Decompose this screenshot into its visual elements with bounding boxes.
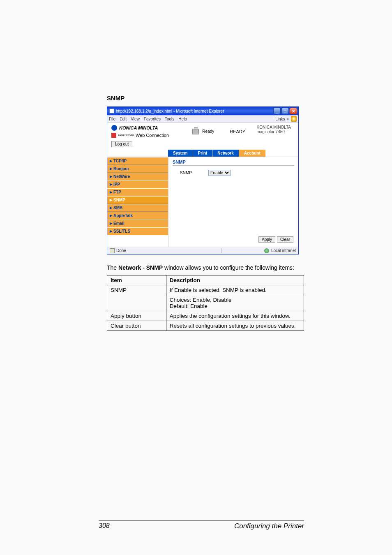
menu-tools[interactable]: Tools [165, 117, 174, 121]
sidebar-label: SNMP [113, 198, 125, 202]
sidebar-label: SSL/TLS [113, 229, 130, 234]
sidebar-label: Bonjour [113, 166, 129, 171]
page-number: 308 [99, 522, 110, 530]
menu-edit[interactable]: Edit [120, 117, 127, 121]
intranet-zone-icon [264, 248, 269, 253]
done-icon [110, 248, 115, 253]
status-progress-area [221, 248, 262, 253]
printer-icon [192, 129, 199, 134]
table-row: Apply button Applies the configuration s… [107, 311, 304, 321]
ie-window-screenshot: http://192.168.1.2/a_index.html - Micros… [107, 106, 299, 254]
triangle-right-icon: ▶ [110, 159, 112, 163]
status-label: READY [230, 129, 245, 134]
ie-throbber-icon [291, 116, 297, 122]
table-row: Clear button Resets all configuration se… [107, 321, 304, 331]
table-header-description: Description [166, 275, 304, 285]
tab-account[interactable]: Account [239, 150, 266, 157]
sidebar-label: FTP [113, 190, 121, 194]
device-model: magicolor 7450 [256, 130, 291, 134]
sidebar: ▶TCP/IP ▶Bonjour ▶NetWare ▶IPP ▶FTP ▶SNM… [107, 157, 168, 254]
konica-minolta-logo-icon [111, 125, 117, 131]
triangle-right-icon: ▶ [110, 183, 112, 186]
sidebar-item-bonjour[interactable]: ▶Bonjour [107, 165, 168, 173]
cell-desc: Resets all configuration settings to pre… [166, 321, 304, 331]
sidebar-label: Email [113, 221, 125, 226]
ie-titlebar: http://192.168.1.2/a_index.html - Micros… [107, 107, 298, 115]
triangle-right-icon: ▶ [110, 190, 112, 194]
triangle-right-icon: ▶ [110, 206, 112, 210]
sidebar-item-snmp[interactable]: ▶SNMP [107, 196, 168, 204]
sidebar-label: AppleTalk [113, 213, 133, 218]
window-title: http://192.168.1.2/a_index.html - Micros… [116, 109, 224, 113]
minimize-button[interactable]: _ [273, 108, 281, 114]
tab-print[interactable]: Print [193, 150, 213, 157]
sidebar-item-email[interactable]: ▶Email [107, 220, 168, 227]
menu-file[interactable]: File [109, 117, 115, 121]
sidebar-label: IPP [113, 182, 120, 187]
ie-menubar: File Edit View Favorites Tools Help Link… [107, 115, 298, 123]
sidebar-item-smb[interactable]: ▶SMB [107, 204, 168, 212]
pane-heading: SNMP [173, 160, 294, 164]
brand-text: KONICA MINOLTA [119, 125, 158, 130]
cell-desc: If Enable is selected, SNMP is enabled. [166, 285, 304, 295]
table-row: SNMP If Enable is selected, SNMP is enab… [107, 285, 304, 295]
status-ready: Ready [202, 129, 214, 134]
sidebar-item-netware[interactable]: ▶NetWare [107, 173, 168, 180]
status-done: Done [116, 248, 126, 253]
description-table: Item Description SNMP If Enable is selec… [107, 275, 304, 331]
description-intro: The Network - SNMP window allows you to … [107, 264, 304, 271]
cell-desc: Applies the configuration settings for t… [166, 311, 304, 321]
maximize-button[interactable]: □ [281, 108, 289, 114]
status-bar: Done Local intranet [107, 247, 298, 254]
table-header-item: Item [107, 275, 166, 285]
web-connection-label: Web Connection [136, 133, 169, 138]
ie-app-icon [109, 109, 114, 113]
logout-button[interactable]: Log out [111, 141, 132, 147]
tab-system[interactable]: System [168, 150, 193, 157]
sidebar-item-appletalk[interactable]: ▶AppleTalk [107, 212, 168, 220]
sidebar-label: SMB [113, 206, 122, 210]
section-heading: SNMP [107, 95, 304, 102]
snmp-select[interactable]: Enable [208, 170, 231, 176]
sidebar-item-ssltls[interactable]: ▶SSL/TLS [107, 227, 168, 235]
menu-favorites[interactable]: Favorites [144, 117, 161, 121]
triangle-right-icon: ▶ [110, 198, 112, 202]
cell-desc: Choices: Enable, Disable Default: Enable [166, 295, 304, 311]
menu-view[interactable]: View [131, 117, 140, 121]
triangle-right-icon: ▶ [110, 222, 112, 225]
sidebar-label: NetWare [113, 174, 130, 179]
triangle-right-icon: ▶ [110, 229, 112, 233]
apply-button[interactable]: Apply [258, 236, 275, 243]
clear-button[interactable]: Clear [277, 236, 293, 243]
cell-item: Apply button [107, 311, 166, 321]
device-brand: KONICA MINOLTA [256, 125, 291, 130]
form-label-snmp: SNMP [180, 171, 192, 175]
triangle-right-icon: ▶ [110, 167, 112, 171]
links-label[interactable]: Links [275, 117, 285, 121]
pagescope-icon [111, 133, 116, 138]
footer-title: Configuring the Printer [234, 522, 304, 530]
sidebar-label: TCP/IP [113, 159, 127, 163]
cell-item: Clear button [107, 321, 166, 331]
chevron-right-icon: » [287, 117, 289, 121]
close-button[interactable]: ✕ [290, 108, 297, 114]
tab-network[interactable]: Network [212, 150, 239, 157]
sidebar-item-ftp[interactable]: ▶FTP [107, 188, 168, 196]
sidebar-item-tcpip[interactable]: ▶TCP/IP [107, 157, 168, 165]
pagescope-prefix: PAGE SCOPE [118, 134, 134, 136]
page-footer: 308 Configuring the Printer [99, 520, 304, 530]
sidebar-item-ipp[interactable]: ▶IPP [107, 180, 168, 188]
triangle-right-icon: ▶ [110, 214, 112, 217]
main-tabs: System Print Network Account [168, 150, 298, 157]
cell-item: SNMP [107, 285, 166, 311]
triangle-right-icon: ▶ [110, 175, 112, 178]
menu-help[interactable]: Help [178, 117, 187, 121]
status-zone: Local intranet [271, 248, 296, 253]
